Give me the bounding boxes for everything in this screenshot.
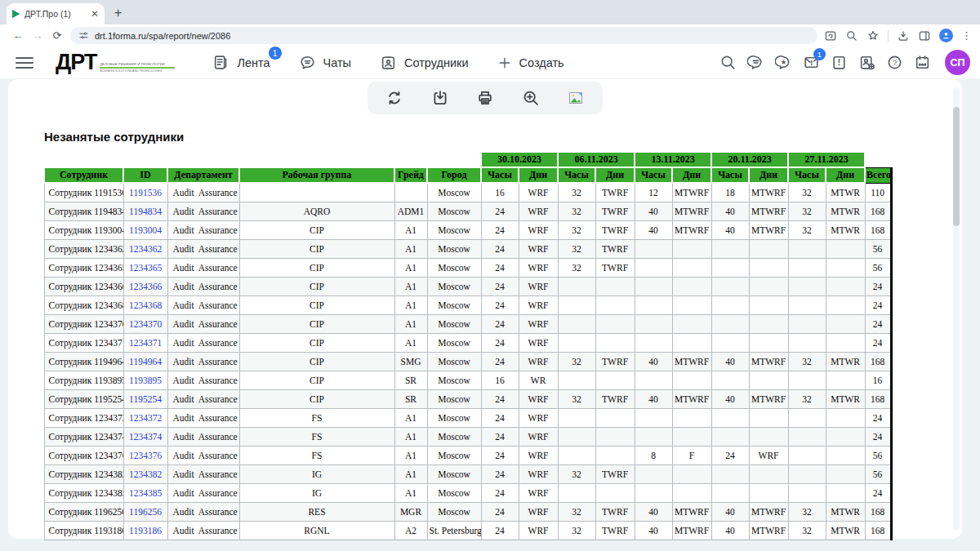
calendar-icon[interactable] [914, 54, 931, 71]
employee-id-link[interactable]: 1196256 [129, 507, 162, 517]
menu-item-chats[interactable]: Чаты [299, 54, 351, 71]
employee-id-link[interactable]: 1234365 [129, 263, 162, 273]
hours-cell [558, 427, 595, 446]
back-icon[interactable]: ← [8, 29, 28, 42]
employee-id-link[interactable]: 1195254 [129, 394, 162, 404]
hours-cell: 32 [558, 183, 595, 202]
employee-id-link[interactable]: 1234372 [129, 413, 162, 423]
employee-id-link[interactable]: 1193186 [129, 526, 162, 535]
id-cell: 1193004 [123, 220, 167, 239]
col-header-city: Город [427, 167, 481, 183]
task-alert-icon[interactable]: ! [831, 54, 848, 71]
reload-icon[interactable]: ⟳ [47, 29, 67, 42]
days-cell [672, 258, 711, 277]
new-tab-button[interactable]: + [114, 7, 122, 20]
menu-item-employees[interactable]: Сотрудники [380, 54, 469, 71]
image-placeholder-icon[interactable] [564, 86, 588, 110]
comment-star-icon[interactable]: ★ [775, 54, 792, 71]
browser-tab[interactable]: ДРТ.Про (1) ✕ [7, 3, 105, 24]
workgroup-cell: RGNL [239, 521, 394, 540]
id-cell: 1234385 [123, 483, 167, 502]
hours-cell: 24 [481, 483, 519, 502]
employee-id-link[interactable]: 1191536 [129, 188, 162, 198]
hours-cell: 40 [711, 521, 749, 540]
col-header-days: Дни [595, 167, 635, 183]
workgroup-cell: IG [239, 464, 394, 483]
employee-id-link[interactable]: 1194964 [129, 357, 162, 367]
menu-item-feed[interactable]: Лента 1 [212, 54, 270, 71]
site-info-icon[interactable] [78, 30, 89, 41]
days-cell [595, 446, 635, 464]
date-group-header: 27.11.2023 [788, 152, 865, 167]
date-group-header: 06.11.2023 [558, 152, 635, 167]
grade-cell: A1 [394, 314, 427, 333]
employee-id-link[interactable]: 1234376 [129, 451, 162, 460]
employee-id-link[interactable]: 1193004 [129, 225, 162, 235]
scrollbar-thumb[interactable] [953, 107, 960, 226]
employee-id-link[interactable]: 1234366 [129, 282, 162, 291]
hours-cell: 16 [481, 371, 519, 389]
download-icon[interactable] [428, 86, 452, 110]
department-cell: Audit Assurance [167, 483, 239, 502]
doc-person-add-icon[interactable] [858, 54, 875, 71]
workgroup-cell: CIP [239, 239, 394, 258]
hours-cell [558, 295, 595, 314]
browser-menu-icon[interactable]: ⋮ [961, 30, 972, 41]
tab-close-icon[interactable]: ✕ [91, 9, 99, 19]
id-cell: 1193186 [123, 521, 167, 540]
comments-icon[interactable] [747, 54, 764, 71]
zoom-in-icon[interactable] [519, 86, 543, 110]
table-row: Сотрудник 12343661234366Audit AssuranceC… [44, 277, 891, 295]
brand-logo[interactable]: ДРТ ДЕЛОВЫЕ РЕШЕНИЯ И ТЕХНОЛОГИИ BUSINES… [56, 52, 175, 72]
refresh-icon[interactable] [382, 86, 407, 110]
grade-cell: A1 [394, 408, 427, 427]
mail-alert-icon[interactable]: ! 1 [803, 54, 820, 71]
employee-id-link[interactable]: 1234371 [129, 338, 162, 348]
department-cell: Audit Assurance [167, 352, 239, 371]
user-avatar[interactable]: СП [945, 50, 970, 75]
side-panel-icon[interactable] [918, 29, 931, 42]
days-cell: WRF [519, 277, 558, 295]
employee-id-link[interactable]: 1234368 [129, 300, 162, 310]
tab-refresh-icon[interactable] [824, 29, 837, 42]
brand-tagline: ДЕЛОВЫЕ РЕШЕНИЯ И ТЕХНОЛОГИИ BUSINESS SO… [100, 62, 175, 73]
employee-cell: Сотрудник 1193895 [44, 371, 123, 389]
employee-id-link[interactable]: 1234382 [129, 469, 162, 479]
days-cell [672, 408, 711, 427]
zoom-icon[interactable] [845, 29, 858, 42]
chats-icon [299, 54, 316, 71]
days-cell [672, 314, 711, 333]
help-icon[interactable]: ? [886, 54, 903, 71]
hours-cell [558, 446, 595, 464]
hamburger-menu-icon[interactable] [16, 54, 33, 72]
department-cell: Audit Assurance [167, 408, 239, 427]
browser-profile-icon[interactable] [939, 29, 953, 42]
city-cell: St. Petersburg [427, 521, 481, 540]
employee-id-link[interactable]: 1234370 [129, 319, 162, 329]
days-cell: MTWRF [672, 389, 711, 408]
bookmark-star-icon[interactable] [866, 29, 880, 42]
search-icon[interactable] [719, 54, 737, 71]
department-cell: Audit Assurance [167, 389, 239, 408]
workgroup-cell: CIP [239, 333, 394, 352]
days-cell: WRF [519, 427, 558, 446]
days-cell: TWRF [595, 389, 635, 408]
department-cell: Audit Assurance [167, 258, 239, 277]
employee-id-link[interactable]: 1193895 [129, 375, 162, 385]
employee-id-link[interactable]: 1234385 [129, 488, 162, 498]
col-header-id: ID [123, 167, 167, 183]
workgroup-cell: CIP [239, 389, 394, 408]
days-cell: TWRF [595, 258, 635, 277]
print-icon[interactable] [473, 86, 497, 110]
address-bar[interactable]: drt.1forma.ru/spa/report/new/2086 [70, 27, 817, 44]
days-cell [672, 295, 711, 314]
downloads-icon[interactable] [897, 29, 910, 42]
col-header-hours: Часы [711, 167, 749, 183]
employee-id-link[interactable]: 1194834 [129, 207, 162, 216]
employee-id-link[interactable]: 1234362 [129, 244, 162, 254]
hours-cell [558, 483, 595, 502]
employee-id-link[interactable]: 1234374 [129, 432, 162, 442]
forward-icon[interactable]: → [28, 29, 47, 42]
menu-item-create[interactable]: Создать [497, 56, 564, 70]
total-cell: 24 [865, 333, 891, 352]
